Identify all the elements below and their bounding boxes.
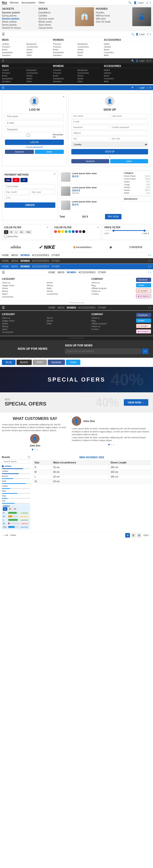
cat-item[interactable]: Jewelry [104,45,151,48]
login-link[interactable]: 👤 Login [133,1,144,4]
nav-men-b[interactable]: MENS [11,265,18,268]
dark-cat-item[interactable]: TrousersAccessories [53,71,100,74]
color-orange[interactable] [58,230,61,233]
dot-r-3[interactable] [113,444,114,445]
login-icon-dark[interactable]: 👤 Login [135,60,145,62]
footer-facebook-button-dark[interactable]: f facebook [136,313,151,317]
facebook-icon-2[interactable]: f [148,259,149,262]
cat-item[interactable]: Boots [104,48,151,51]
footer-twitter-button-dark[interactable]: t twitter [136,318,151,323]
cat-option[interactable]: Jeans(87) [124,180,150,183]
nav-other[interactable]: Other [38,1,45,4]
hamburger-icon-blue[interactable]: ☰ [2,86,4,89]
signup-country[interactable]: Country [71,142,148,147]
size-xxl[interactable]: XXL [25,230,32,234]
btn-facebook[interactable]: facebook [48,360,65,365]
nav-other-b[interactable]: OTHER [52,265,60,268]
footer-cat-item-dark[interactable]: Delta [47,322,89,325]
socks-item-0[interactable]: Expeditions [38,11,73,14]
cat-item[interactable]: BootsShoes [2,48,49,51]
search-icon[interactable]: 🔍 [128,1,131,4]
nav-men[interactable]: Men [2,1,7,4]
btn-black[interactable]: BLACK [17,360,32,365]
ni-other-2[interactable]: OTHER [98,306,106,309]
twitter-icon-b[interactable]: t [150,265,151,268]
dark-cat-item[interactable]: Jewelry [104,71,151,74]
exp-month-input[interactable] [4,190,29,194]
jackets-item-4[interactable]: Sports jackets [2,23,36,26]
nav-accessories[interactable]: Accessories [22,1,35,4]
facebook-icon-b[interactable]: f [148,265,149,268]
footer-google-button[interactable]: g+ google+ [136,288,151,293]
table-view-button[interactable]: ⊟ [137,533,142,537]
login-button[interactable]: LOG IN [5,140,64,145]
cat-item[interactable]: Belts [104,54,151,57]
signup-address[interactable] [71,131,148,135]
color-yellow[interactable] [61,230,64,233]
footer-cat-item[interactable]: Accessories [2,296,44,298]
nav-accessories-b[interactable]: ACCESSORIES [32,265,49,268]
btn-twitter[interactable]: Twitter [66,360,80,365]
cat-option[interactable]: Shorts(32) [124,186,150,189]
nav-women-1[interactable]: WOMEN [21,253,30,257]
footer-cat-item[interactable]: Shorts [47,290,89,292]
cat-item[interactable]: SweatersOther [53,54,100,57]
hoodies-item-2[interactable]: With print [96,17,130,20]
color-red[interactable] [54,230,57,233]
dark-cat-item[interactable]: SweatersOther [2,80,49,83]
dot-r-2[interactable] [111,444,112,445]
login-twitter-button[interactable]: twitter [35,150,64,154]
footer-facebook-button[interactable]: f facebook [136,278,151,282]
footer-cat-item[interactable]: Shorts [47,281,89,284]
card-number-input[interactable] [4,184,55,189]
jackets-item-0[interactable]: Summer jackets [2,11,36,14]
cat-option[interactable]: Cargo(45) [124,183,150,186]
cart-icon-dark[interactable]: 🛒 0 [146,60,151,62]
brand-item-burton[interactable]: Burton [2,474,30,478]
twitter-icon-2[interactable]: t [150,259,151,262]
login-icon[interactable]: 👤 Login [135,33,145,35]
search-icon[interactable]: 🔍 [131,33,134,35]
price-slider-thumb-left[interactable] [113,230,114,231]
login-email[interactable] [5,120,64,126]
tw-icon-2[interactable]: t [150,306,151,309]
ni-men-2[interactable]: MENS [58,306,64,309]
hamburger-icon-dark[interactable]: ☰ [2,59,4,62]
dot-r-1[interactable] [108,444,110,445]
footer-cat-item[interactable]: Jogger Pants [2,284,44,287]
nav-women-2[interactable]: WOMEN [21,259,30,263]
signup-lastname[interactable] [110,114,148,118]
btn-blue[interactable]: BLUE [2,360,16,365]
nav-accessories-2[interactable]: ACCESSORIES [32,259,49,263]
dark-cat-item[interactable]: JacketsBackpacks [2,69,49,71]
login-password[interactable] [5,127,64,132]
color-grey[interactable] [79,230,82,233]
ni-women[interactable]: WOMEN [67,271,76,274]
jackets-item-2[interactable]: Autumn jackets [2,17,36,20]
hoodies-item-0[interactable]: Hoodies [96,11,130,14]
btn-grey[interactable]: GREY [33,360,47,365]
dark-cat-item[interactable]: SweatshirtsBooks [53,77,100,80]
nav-accessories-1[interactable]: ACCESSORIES [32,253,49,257]
size-m[interactable]: M [9,230,14,234]
fb-icon-2[interactable]: f [148,306,149,309]
cat-item[interactable]: Watch [104,42,151,45]
price-slider-track[interactable] [104,230,149,231]
footer-cat-item-dark[interactable]: Shorts [2,322,44,325]
hamburger-1[interactable]: ☰ [2,271,5,274]
footer-cat-item-dark[interactable]: Skinny [47,319,89,322]
nav-women-b[interactable]: WOMEN [21,265,30,268]
adidas-tab-45[interactable]: 45 [13,507,17,511]
signup-facebook-button[interactable]: facebook [71,159,109,163]
footer-cat-item[interactable]: Shorts [2,287,44,290]
dark-cat-item[interactable]: BootsShoes [2,74,49,77]
cat-item[interactable]: JacketsBackpacks [2,42,49,45]
newsletter-subscribe-button[interactable]: » [142,348,148,354]
horsefeathers-logo[interactable]: 🐴 horsefeathers [72,246,92,249]
socks-item-2[interactable]: Summer socks [38,17,73,20]
element-logo[interactable]: ◈ [109,245,112,249]
dark-cat-item[interactable]: TrousersAccessories [2,71,49,74]
footer-company-item[interactable]: Contact [91,292,133,296]
cat-item[interactable]: SweatersOther [2,54,49,57]
footer-instagram-button[interactable]: ◉ instagram [136,294,151,298]
